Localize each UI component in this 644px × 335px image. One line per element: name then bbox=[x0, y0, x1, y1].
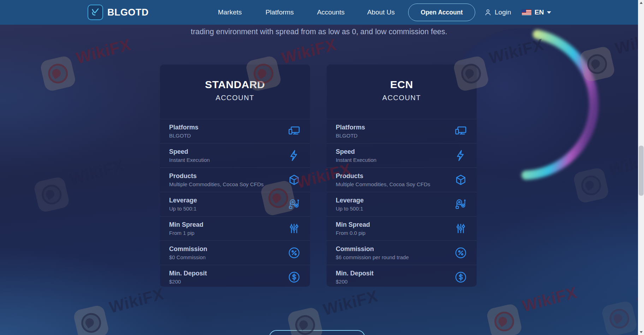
row-value: Instant Execution bbox=[169, 157, 210, 163]
scrollbar-down-arrow[interactable] bbox=[638, 329, 644, 335]
table-row: Commission $0 Commission bbox=[160, 240, 310, 265]
wikifx-watermark: WikiFX bbox=[33, 162, 130, 213]
row-value: Instant Execution bbox=[336, 157, 376, 163]
row-label: Products bbox=[169, 172, 264, 180]
table-row: Speed Instant Execution bbox=[160, 143, 310, 168]
table-row: Min Spread From 1 pip bbox=[160, 216, 310, 240]
row-value: From 1 pip bbox=[169, 230, 203, 236]
wikifx-watermark: WikiFX bbox=[601, 286, 644, 335]
lightning-icon bbox=[287, 149, 301, 162]
row-label: Speed bbox=[169, 148, 210, 156]
row-label: Platforms bbox=[336, 124, 365, 131]
account-subtitle: ACCOUNT bbox=[327, 94, 477, 102]
page: trading environment with spread from as … bbox=[0, 0, 644, 335]
table-row: Platforms BLGOTD bbox=[160, 119, 310, 143]
row-value: $200 bbox=[169, 279, 207, 285]
top-navbar: BLGOTD Markets Platforms Accounts About … bbox=[0, 0, 644, 25]
scrollbar-thumb[interactable] bbox=[639, 146, 644, 196]
wikifx-watermark: WikiFX bbox=[485, 289, 583, 335]
nav-link-about-us[interactable]: About Us bbox=[367, 8, 395, 16]
row-value: $0 Commission bbox=[169, 254, 207, 260]
wikifx-watermark: WikiFX bbox=[39, 41, 137, 92]
cube-icon bbox=[454, 173, 467, 187]
brand-logo[interactable]: BLGOTD bbox=[88, 5, 149, 20]
row-label: Commission bbox=[169, 245, 207, 253]
leverage-icon bbox=[454, 197, 467, 211]
table-row: Speed Instant Execution bbox=[327, 143, 477, 168]
scrollbar[interactable] bbox=[638, 0, 644, 335]
eagle-icon bbox=[46, 62, 70, 85]
nav-link-platforms[interactable]: Platforms bbox=[266, 8, 294, 16]
account-title: ECN bbox=[327, 79, 477, 91]
eagle-icon bbox=[493, 310, 516, 333]
table-row: Min. Deposit $200 bbox=[327, 265, 477, 289]
wikifx-watermark: WikiFX bbox=[72, 291, 170, 335]
percent-icon bbox=[454, 246, 467, 260]
account-subtitle: ACCOUNT bbox=[160, 94, 310, 102]
row-label: Min. Deposit bbox=[336, 270, 374, 277]
table-row: Platforms BLGOTD bbox=[327, 119, 477, 143]
wikifx-watermark-label: WikiFX bbox=[68, 156, 126, 189]
row-value: Up to 500:1 bbox=[169, 206, 197, 212]
wikifx-watermark-label: WikiFX bbox=[107, 284, 166, 317]
wikifx-watermark: WikiFX bbox=[286, 293, 384, 335]
row-value: Multiple Commodities, Cocoa Soy CFDs bbox=[169, 181, 264, 187]
deposit-icon bbox=[454, 270, 467, 284]
open-account-button[interactable]: Open Account bbox=[408, 4, 475, 21]
deposit-icon bbox=[287, 270, 301, 284]
wikifx-logo-badge bbox=[33, 176, 70, 213]
row-value: $200 bbox=[336, 279, 374, 285]
row-label: Leverage bbox=[169, 197, 197, 204]
card-header: ECN ACCOUNT bbox=[327, 65, 477, 119]
table-row: Products Multiple Commodities, Cocoa Soy… bbox=[160, 168, 310, 192]
wikifx-logo-badge bbox=[485, 303, 523, 335]
devices-icon bbox=[287, 124, 301, 138]
brand-name: BLGOTD bbox=[107, 7, 149, 18]
table-row: Min. Deposit $200 bbox=[160, 265, 310, 289]
eagle-icon bbox=[608, 307, 631, 330]
wikifx-logo-badge bbox=[39, 55, 77, 92]
brand-logo-icon bbox=[88, 5, 103, 20]
language-selector[interactable]: EN bbox=[522, 0, 551, 25]
partial-cta-button[interactable] bbox=[269, 330, 365, 335]
percent-icon bbox=[287, 246, 301, 260]
table-row: Min Spread From 0.0 pip bbox=[327, 216, 477, 240]
lightning-icon bbox=[454, 149, 467, 162]
wikifx-logo-badge bbox=[601, 300, 638, 335]
nav-link-accounts[interactable]: Accounts bbox=[317, 8, 345, 16]
account-title: STANDARD bbox=[160, 79, 310, 91]
wikifx-watermark-label: WikiFX bbox=[280, 35, 338, 68]
row-label: Platforms bbox=[169, 124, 198, 131]
sliders-icon bbox=[287, 222, 301, 235]
row-label: Leverage bbox=[336, 197, 364, 204]
row-value: $6 commission per round trade bbox=[336, 254, 409, 260]
devices-icon bbox=[454, 124, 467, 138]
table-row: Commission $6 commission per round trade bbox=[327, 240, 477, 265]
scrollbar-up-arrow[interactable] bbox=[638, 0, 644, 6]
row-value: BLGOTD bbox=[169, 133, 198, 139]
cube-icon bbox=[287, 173, 301, 187]
us-flag-icon bbox=[522, 10, 531, 15]
login-button[interactable]: Login bbox=[484, 0, 511, 25]
wikifx-watermark-label: WikiFX bbox=[321, 286, 380, 319]
row-label: Min. Deposit bbox=[169, 270, 207, 277]
row-label: Products bbox=[336, 172, 430, 180]
hero-subtitle: trading environment with spread from as … bbox=[0, 28, 638, 36]
wikifx-watermark-label: WikiFX bbox=[74, 35, 132, 68]
table-row: Leverage Up to 500:1 bbox=[160, 192, 310, 216]
row-label: Min Spread bbox=[169, 221, 203, 229]
login-label: Login bbox=[495, 8, 511, 16]
table-row: Products Multiple Commodities, Cocoa Soy… bbox=[327, 168, 477, 192]
card-header: STANDARD ACCOUNT bbox=[160, 65, 310, 119]
row-value: BLGOTD bbox=[336, 133, 365, 139]
ecn-account-card: ECN ACCOUNT Platforms BLGOTD Speed Insta… bbox=[327, 65, 477, 287]
user-icon bbox=[484, 8, 492, 17]
row-label: Min Spread bbox=[336, 221, 370, 229]
row-label: Commission bbox=[336, 245, 409, 253]
row-label: Speed bbox=[336, 148, 376, 156]
row-value: From 0.0 pip bbox=[336, 230, 370, 236]
account-comparison: STANDARD ACCOUNT Platforms BLGOTD Speed … bbox=[160, 65, 477, 287]
eagle-icon bbox=[79, 311, 103, 335]
language-code: EN bbox=[535, 8, 544, 16]
nav-link-markets[interactable]: Markets bbox=[218, 8, 242, 16]
